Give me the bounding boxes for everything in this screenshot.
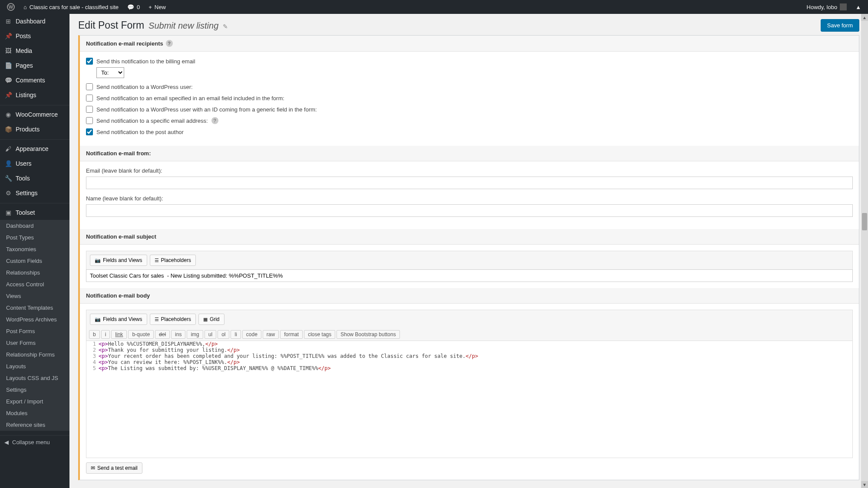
from-email-input[interactable] bbox=[86, 177, 853, 189]
submenu-item-content-templates[interactable]: Content Templates bbox=[0, 302, 69, 314]
help-icon[interactable]: ? bbox=[166, 40, 173, 47]
submenu-item-user-forms[interactable]: User Forms bbox=[0, 337, 69, 349]
subject-title: Notification e-mail subject bbox=[86, 233, 156, 240]
qt-button-format[interactable]: format bbox=[280, 330, 303, 339]
menu-item-comments[interactable]: 💬Comments bbox=[0, 73, 69, 88]
body-fields-views-button[interactable]: 📷Fields and Views bbox=[90, 314, 147, 325]
fields-views-button[interactable]: 📷Fields and Views bbox=[90, 255, 147, 266]
body-placeholders-button[interactable]: ☰Placeholders bbox=[150, 314, 196, 325]
line-content: <p>The Listing was submitted by: %%USER_… bbox=[99, 365, 852, 371]
line-number: 4 bbox=[86, 359, 99, 365]
submenu-item-wordpress-archives[interactable]: WordPress Archives bbox=[0, 314, 69, 325]
qt-button-ins[interactable]: ins bbox=[171, 330, 185, 339]
menu-item-listings[interactable]: 📌Listings bbox=[0, 88, 69, 102]
submenu-item-relationship-forms[interactable]: Relationship Forms bbox=[0, 349, 69, 360]
collapse-label: Collapse menu bbox=[12, 439, 50, 445]
qt-button-li[interactable]: li bbox=[231, 330, 241, 339]
qt-button-raw[interactable]: raw bbox=[263, 330, 279, 339]
menu-item-posts[interactable]: 📌Posts bbox=[0, 29, 69, 43]
recipient-checkbox[interactable] bbox=[86, 117, 93, 124]
submenu-item-access-control[interactable]: Access Control bbox=[0, 278, 69, 290]
menu-item-media[interactable]: 🖼Media bbox=[0, 43, 69, 58]
menu-label: Toolset bbox=[16, 209, 35, 216]
menu-item-tools[interactable]: 🔧Tools bbox=[0, 171, 69, 186]
content-area: Edit Post Form Submit new listing ✎ Save… bbox=[69, 14, 868, 488]
submenu-item-reference-sites[interactable]: Reference sites bbox=[0, 419, 69, 431]
menu-item-users[interactable]: 👤Users bbox=[0, 156, 69, 171]
to-select[interactable]: To: bbox=[96, 67, 124, 78]
subject-section-header: Notification e-mail subject bbox=[80, 229, 859, 245]
qt-button-b-quote[interactable]: b-quote bbox=[128, 330, 154, 339]
user-account-menu[interactable]: Howdy, lobo bbox=[803, 0, 851, 14]
placeholders-button[interactable]: ☰Placeholders bbox=[150, 255, 196, 266]
submenu-item-post-forms[interactable]: Post Forms bbox=[0, 325, 69, 337]
comments-link[interactable]: 💬 0 bbox=[124, 0, 143, 14]
scroll-thumb[interactable] bbox=[862, 213, 867, 230]
recipient-checkbox[interactable] bbox=[86, 83, 93, 90]
submenu-item-modules[interactable]: Modules bbox=[0, 407, 69, 419]
submenu-item-post-types[interactable]: Post Types bbox=[0, 232, 69, 243]
menu-item-appearance[interactable]: 🖌Appearance bbox=[0, 139, 69, 156]
mail-icon: ✉ bbox=[91, 465, 95, 471]
menu-item-settings[interactable]: ⚙Settings bbox=[0, 186, 69, 200]
submenu-item-relationships[interactable]: Relationships bbox=[0, 267, 69, 278]
body-code-editor[interactable]: 1<p>Hello %%CUSTOMER_DISPLAYNAME%%,</p>2… bbox=[86, 341, 853, 458]
submenu-item-dashboard[interactable]: Dashboard bbox=[0, 220, 69, 232]
scroll-down-button[interactable]: ▼ bbox=[861, 481, 868, 488]
qt-button-close-tags[interactable]: close tags bbox=[304, 330, 335, 339]
line-number: 1 bbox=[86, 341, 99, 347]
submenu-item-layouts-css-and-js[interactable]: Layouts CSS and JS bbox=[0, 372, 69, 384]
qt-button-del[interactable]: del bbox=[155, 330, 170, 339]
qt-button-Show-Bootstrap-buttons[interactable]: Show Bootstrap buttons bbox=[337, 330, 399, 339]
send-test-email-button[interactable]: ✉Send a test email bbox=[86, 462, 142, 474]
qt-button-i[interactable]: i bbox=[101, 330, 110, 339]
subject-input[interactable] bbox=[86, 269, 853, 282]
code-line: 3<p>Your recent order has been completed… bbox=[86, 353, 852, 359]
qt-button-link[interactable]: link bbox=[111, 330, 127, 339]
help-icon[interactable]: ? bbox=[211, 117, 218, 124]
qt-button-b[interactable]: b bbox=[89, 330, 100, 339]
page-subtitle: Submit new listing bbox=[149, 21, 218, 31]
wp-logo-menu[interactable] bbox=[3, 0, 18, 14]
menu-item-products[interactable]: 📦Products bbox=[0, 122, 69, 137]
from-section-header: Notification e-mail from: bbox=[80, 146, 859, 161]
home-icon: ⌂ bbox=[23, 4, 27, 10]
comment-count: 0 bbox=[137, 4, 140, 10]
tool-icon: 🔧 bbox=[4, 174, 12, 182]
menu-item-toolset[interactable]: ▣Toolset bbox=[0, 203, 69, 220]
from-email-label: Email (leave blank for default): bbox=[86, 167, 853, 174]
menu-item-pages[interactable]: 📄Pages bbox=[0, 58, 69, 73]
scroll-up-button[interactable]: ▲ bbox=[861, 14, 868, 21]
from-name-input[interactable] bbox=[86, 204, 853, 217]
site-link[interactable]: ⌂ Classic cars for sale - classified sit… bbox=[20, 0, 122, 14]
site-name: Classic cars for sale - classified site bbox=[30, 4, 119, 10]
qt-button-code[interactable]: code bbox=[242, 330, 261, 339]
vertical-scrollbar[interactable]: ▲ ▼ bbox=[861, 14, 868, 488]
recipient-checkbox[interactable] bbox=[86, 128, 93, 135]
dashboard-icon: ⊞ bbox=[4, 17, 12, 25]
submenu-item-export-import[interactable]: Export / Import bbox=[0, 396, 69, 407]
submenu-item-custom-fields[interactable]: Custom Fields bbox=[0, 255, 69, 267]
qt-button-ul[interactable]: ul bbox=[205, 330, 216, 339]
save-form-button[interactable]: Save form bbox=[821, 19, 859, 32]
body-grid-button[interactable]: ▦Grid bbox=[198, 314, 224, 325]
recipient-checkbox[interactable] bbox=[86, 58, 93, 65]
collapse-arrow[interactable]: ▲ bbox=[852, 0, 865, 14]
qt-button-ol[interactable]: ol bbox=[218, 330, 229, 339]
collapse-menu-button[interactable]: ◀ Collapse menu bbox=[0, 435, 69, 449]
submenu-item-layouts[interactable]: Layouts bbox=[0, 360, 69, 372]
menu-item-woocommerce[interactable]: ◉WooCommerce bbox=[0, 105, 69, 122]
edit-title-icon[interactable]: ✎ bbox=[223, 23, 228, 30]
line-number: 5 bbox=[86, 365, 99, 371]
recipient-checkbox[interactable] bbox=[86, 106, 93, 113]
submenu-item-taxonomies[interactable]: Taxonomies bbox=[0, 243, 69, 255]
camera-icon: 📷 bbox=[95, 258, 101, 263]
qt-button-img[interactable]: img bbox=[187, 330, 203, 339]
submenu-item-views[interactable]: Views bbox=[0, 290, 69, 302]
recipient-checkbox[interactable] bbox=[86, 95, 93, 102]
new-content-link[interactable]: + New bbox=[145, 0, 169, 14]
menu-label: Users bbox=[16, 160, 32, 167]
menu-item-dashboard[interactable]: ⊞Dashboard bbox=[0, 14, 69, 29]
submenu-item-settings[interactable]: Settings bbox=[0, 384, 69, 396]
media-icon: 🖼 bbox=[4, 47, 12, 55]
